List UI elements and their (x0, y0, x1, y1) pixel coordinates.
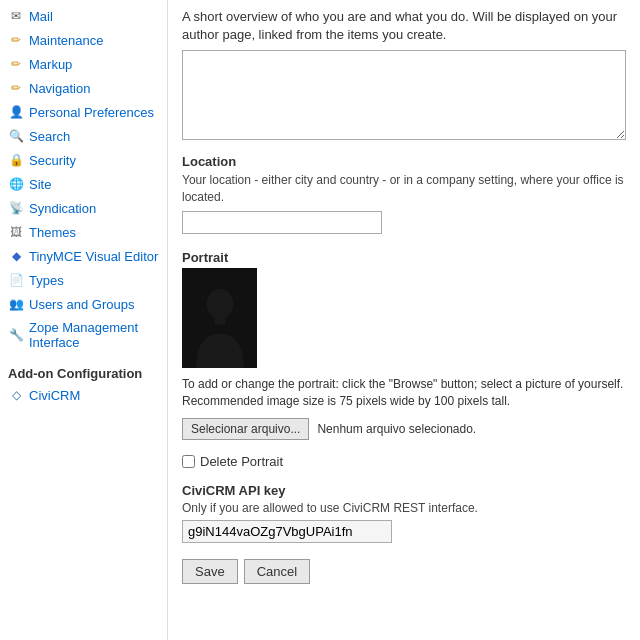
bio-textarea[interactable] (182, 50, 626, 140)
themes-icon: 🖼 (8, 224, 24, 240)
sidebar-item-users[interactable]: 👥 Users and Groups (0, 292, 167, 316)
sidebar-item-themes-label: Themes (29, 225, 76, 240)
location-input[interactable] (182, 211, 382, 234)
sidebar-item-site[interactable]: 🌐 Site (0, 172, 167, 196)
civicrm-icon: ◇ (8, 387, 24, 403)
location-label: Location (182, 154, 626, 169)
portrait-image (182, 268, 257, 368)
sidebar-item-civicrm[interactable]: ◇ CiviCRM (0, 383, 167, 407)
sidebar-item-tinymce-label: TinyMCE Visual Editor (29, 249, 158, 264)
sidebar-item-search[interactable]: 🔍 Search (0, 124, 167, 148)
sidebar-item-zope[interactable]: 🔧 Zope Management Interface (0, 316, 167, 354)
main-content: A short overview of who you are and what… (168, 0, 640, 640)
site-icon: 🌐 (8, 176, 24, 192)
sidebar-item-themes[interactable]: 🖼 Themes (0, 220, 167, 244)
sidebar: ✉ Mail ✏ Maintenance ✏ Markup ✏ Navigati… (0, 0, 168, 640)
sidebar-item-zope-label: Zope Management Interface (29, 320, 159, 350)
addon-section-header: Add-on Configuration (0, 358, 167, 383)
save-button[interactable]: Save (182, 559, 238, 584)
search-icon: 🔍 (8, 128, 24, 144)
api-key-section: CiviCRM API key Only if you are allowed … (182, 483, 626, 543)
no-file-text: Nenhum arquivo selecionado. (317, 422, 476, 436)
delete-portrait-checkbox[interactable] (182, 455, 195, 468)
portrait-silhouette (190, 283, 250, 368)
zope-icon: 🔧 (8, 327, 24, 343)
portrait-section: Portrait To add or change the portrait: … (182, 250, 626, 440)
sidebar-item-site-label: Site (29, 177, 51, 192)
users-icon: 👥 (8, 296, 24, 312)
api-key-input[interactable] (182, 520, 392, 543)
sidebar-item-mail[interactable]: ✉ Mail (0, 4, 167, 28)
sidebar-item-mail-label: Mail (29, 9, 53, 24)
sidebar-item-maintenance[interactable]: ✏ Maintenance (0, 28, 167, 52)
tinymce-icon: ◆ (8, 248, 24, 264)
api-key-description: Only if you are allowed to use CiviCRM R… (182, 501, 626, 515)
markup-icon: ✏ (8, 56, 24, 72)
sidebar-item-navigation-label: Navigation (29, 81, 90, 96)
browse-button[interactable]: Selecionar arquivo... (182, 418, 309, 440)
sidebar-item-security-label: Security (29, 153, 76, 168)
sidebar-item-markup-label: Markup (29, 57, 72, 72)
syndication-icon: 📡 (8, 200, 24, 216)
maintenance-icon: ✏ (8, 32, 24, 48)
sidebar-item-syndication[interactable]: 📡 Syndication (0, 196, 167, 220)
action-buttons: Save Cancel (182, 559, 626, 584)
cancel-button[interactable]: Cancel (244, 559, 310, 584)
sidebar-item-preferences-label: Personal Preferences (29, 105, 154, 120)
sidebar-item-tinymce[interactable]: ◆ TinyMCE Visual Editor (0, 244, 167, 268)
delete-portrait-row: Delete Portrait (182, 454, 626, 469)
preferences-icon: 👤 (8, 104, 24, 120)
sidebar-item-maintenance-label: Maintenance (29, 33, 103, 48)
navigation-icon: ✏ (8, 80, 24, 96)
svg-point-0 (206, 289, 232, 319)
sidebar-item-syndication-label: Syndication (29, 201, 96, 216)
location-description: Your location - either city and country … (182, 172, 626, 206)
mail-icon: ✉ (8, 8, 24, 24)
sidebar-item-navigation[interactable]: ✏ Navigation (0, 76, 167, 100)
api-key-label: CiviCRM API key (182, 483, 626, 498)
sidebar-item-security[interactable]: 🔒 Security (0, 148, 167, 172)
location-section: Location Your location - either city and… (182, 154, 626, 234)
sidebar-item-markup[interactable]: ✏ Markup (0, 52, 167, 76)
portrait-label: Portrait (182, 250, 626, 265)
sidebar-item-types-label: Types (29, 273, 64, 288)
sidebar-item-preferences[interactable]: 👤 Personal Preferences (0, 100, 167, 124)
file-upload-row: Selecionar arquivo... Nenhum arquivo sel… (182, 418, 626, 440)
bio-description: A short overview of who you are and what… (182, 8, 626, 44)
delete-portrait-label[interactable]: Delete Portrait (200, 454, 283, 469)
types-icon: 📄 (8, 272, 24, 288)
portrait-info: To add or change the portrait: click the… (182, 376, 626, 410)
sidebar-item-search-label: Search (29, 129, 70, 144)
sidebar-item-types[interactable]: 📄 Types (0, 268, 167, 292)
sidebar-item-users-label: Users and Groups (29, 297, 135, 312)
sidebar-item-civicrm-label: CiviCRM (29, 388, 80, 403)
security-icon: 🔒 (8, 152, 24, 168)
svg-rect-1 (214, 317, 225, 325)
